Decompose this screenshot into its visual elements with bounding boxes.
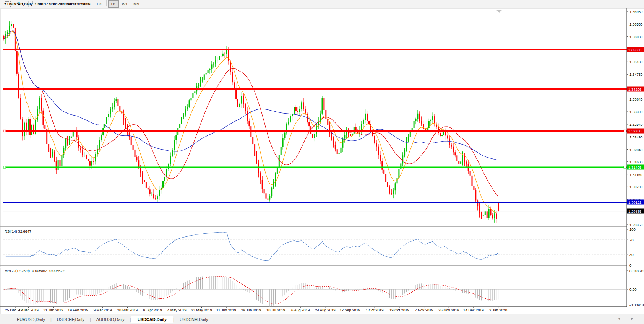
candle <box>247 111 248 120</box>
price-tick-label: 1.29350 <box>629 222 642 226</box>
candle <box>69 138 70 144</box>
candle <box>475 190 476 200</box>
hline-handle[interactable] <box>624 130 626 132</box>
candle <box>106 117 107 124</box>
candle <box>256 156 257 163</box>
macd-tick-label: 0.00 <box>629 287 637 291</box>
candle <box>432 116 433 120</box>
candle <box>342 138 343 147</box>
price-tick-label: 1.31600 <box>629 160 642 164</box>
date-label: 2 Jan 2020 <box>489 308 507 312</box>
candle <box>447 135 448 138</box>
candle <box>395 183 396 190</box>
mt4-window: T ⇅ ▼ M1M5M15M30H1H4D1W1MN ▼ USDCAD,Dail… <box>0 0 644 324</box>
timeframe-button-w1[interactable]: W1 <box>119 0 130 8</box>
candle <box>50 152 51 156</box>
candle <box>481 213 482 215</box>
price-tick-label: 1.32940 <box>629 122 642 126</box>
candle <box>28 119 29 132</box>
candle <box>91 161 92 166</box>
candle <box>204 74 205 80</box>
candle <box>65 139 66 148</box>
candle <box>191 98 192 100</box>
candle <box>144 180 145 182</box>
tab-scroll-arrows[interactable]: ◄ ► <box>617 317 639 321</box>
hline-handle[interactable] <box>3 166 6 168</box>
hline-handle[interactable] <box>624 166 626 168</box>
candle <box>208 70 209 73</box>
price-tick-label: 1.34730 <box>629 72 642 77</box>
candle <box>39 98 40 109</box>
hline-handle[interactable] <box>3 130 6 132</box>
candle <box>114 101 115 107</box>
candle <box>221 56 222 56</box>
collapse-triangle-icon[interactable]: ▼ <box>4 3 6 5</box>
candle <box>490 209 492 215</box>
price-tick-label: 1.35180 <box>629 60 642 64</box>
timeframe-button-d1[interactable]: D1 <box>108 0 119 8</box>
candle <box>284 133 286 138</box>
price-tick-label: 1.32490 <box>629 135 642 139</box>
price-tick-label: 1.31150 <box>629 172 642 176</box>
chart-canvas[interactable] <box>0 8 644 314</box>
tab-eurusd[interactable]: EURUSD,Daily <box>11 316 50 323</box>
price-tick-label: 1.36980 <box>629 10 642 14</box>
candle <box>434 116 435 124</box>
macd-tick-label: -0.009181 <box>629 303 644 307</box>
candle <box>234 82 235 88</box>
fast-ma[interactable] <box>4 31 498 213</box>
toolbar-separator <box>106 0 107 6</box>
rsi-line[interactable] <box>6 232 498 261</box>
candle <box>159 190 160 197</box>
candle <box>136 157 137 160</box>
candle <box>421 121 422 124</box>
candle <box>483 215 484 216</box>
candle <box>361 124 362 130</box>
rsi-label: RSI(14) 32.6647 <box>5 229 31 233</box>
candle <box>86 155 87 159</box>
tab-usdcnh[interactable]: USDCNH,Daily <box>174 316 214 323</box>
timeframe-button-mn[interactable]: MN <box>130 0 142 8</box>
ohlc-values: 1.30137 1.30174 1.29813 1.29835 <box>35 2 90 6</box>
candle <box>202 80 203 81</box>
date-label: 9 Mar 2019 <box>94 308 112 312</box>
macd-tick-label: 0.010615 <box>629 269 644 273</box>
candle <box>404 150 405 156</box>
candle <box>95 154 96 162</box>
candle <box>488 209 490 218</box>
candle <box>149 189 151 194</box>
candle <box>341 148 342 153</box>
candle <box>430 120 431 121</box>
candle <box>187 107 188 109</box>
date-label: 7 Nov 2019 <box>415 308 433 312</box>
candle <box>110 109 111 114</box>
tab-audusd[interactable]: AUDUSD,Daily <box>91 316 130 323</box>
date-label: 12 Sep 2019 <box>340 308 360 312</box>
tab-usdchf[interactable]: USDCHF,Daily <box>52 316 90 323</box>
candle <box>363 120 364 124</box>
candle <box>254 144 255 156</box>
candle <box>485 211 486 215</box>
candle <box>33 125 34 134</box>
price-badge-1.32700: 1.32700 <box>627 129 644 134</box>
candle <box>16 51 18 73</box>
candle <box>415 119 417 121</box>
candle <box>157 196 158 199</box>
candle <box>312 134 313 138</box>
candle <box>13 24 14 28</box>
candle <box>213 64 214 65</box>
candle <box>48 144 49 152</box>
date-label: 31 Jan 2019 <box>43 308 63 312</box>
chart-shift-marker-icon[interactable] <box>496 10 502 13</box>
candle <box>60 160 61 166</box>
timeframe-button-h4[interactable]: H4 <box>94 0 105 8</box>
tab-usdcad[interactable]: USDCAD,Daily <box>131 316 173 323</box>
candle <box>376 143 377 146</box>
candle <box>295 107 297 111</box>
candle <box>211 64 212 69</box>
candle <box>153 194 154 198</box>
rsi-tick-label: 0 <box>629 263 631 267</box>
candle <box>419 114 420 121</box>
price-badge-1.30152: 1.30152 <box>627 200 644 205</box>
candle <box>146 182 147 188</box>
